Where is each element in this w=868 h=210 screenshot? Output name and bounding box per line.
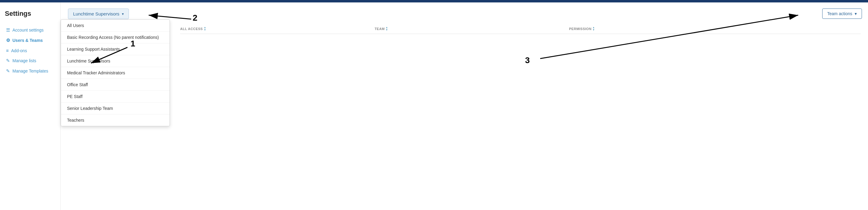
- sidebar-item-label: Users & Teams: [12, 38, 43, 43]
- sort-access-icon: ▲▼: [204, 26, 206, 31]
- dropdown-item-pe-staff[interactable]: PE Staff: [61, 91, 169, 102]
- account-settings-icon: ☰: [6, 27, 10, 33]
- sidebar-item-users-teams[interactable]: ⚙ Users & Teams: [5, 35, 56, 46]
- sort-permission-icon: ▲▼: [592, 26, 595, 31]
- svg-line-5: [540, 15, 798, 59]
- sort-team-icon: ▲▼: [385, 26, 388, 31]
- sidebar: Settings ☰ Account settings ⚙ Users & Te…: [0, 2, 61, 210]
- dropdown-item-learning-support[interactable]: Learning Support Assistants: [61, 43, 169, 55]
- dropdown-item-senior-leadership[interactable]: Senior Leadership Team: [61, 102, 169, 114]
- dropdown-arrow-icon: ▾: [122, 12, 124, 16]
- manage-lists-icon: ✎: [6, 58, 10, 63]
- sidebar-item-label: Add-ons: [11, 48, 27, 53]
- dropdown-item-medical-tracker[interactable]: Medical Tracker Administrators: [61, 67, 169, 79]
- dropdown-item-basic-recording[interactable]: Basic Recording Access (No parent notifi…: [61, 32, 169, 43]
- col-header-permission[interactable]: PERMISSION ▲▼: [569, 26, 861, 31]
- dropdown-menu: All Users Basic Recording Access (No par…: [61, 20, 170, 126]
- addons-icon: ≡: [6, 48, 9, 53]
- sidebar-item-label: Manage lists: [12, 58, 36, 63]
- dropdown-item-teachers[interactable]: Teachers: [61, 114, 169, 126]
- sidebar-item-manage-lists[interactable]: ✎ Manage lists: [5, 56, 56, 66]
- dropdown-item-lunchtime-supervisors[interactable]: Lunchtime Supervisors: [61, 55, 169, 67]
- users-teams-icon: ⚙: [6, 38, 10, 43]
- manage-templates-icon: ✎: [6, 68, 10, 74]
- dropdown-item-office-staff[interactable]: Office Staff: [61, 79, 169, 91]
- dropdown-item-all-users[interactable]: All Users: [61, 20, 169, 32]
- team-actions-label: Team actions: [827, 11, 852, 16]
- sidebar-item-addons[interactable]: ≡ Add-ons: [5, 46, 56, 56]
- svg-text:3: 3: [525, 56, 530, 65]
- layout: Settings ☰ Account settings ⚙ Users & Te…: [0, 2, 868, 210]
- team-actions-arrow-icon: ▾: [855, 11, 857, 16]
- sidebar-item-label: Manage Templates: [12, 68, 48, 73]
- sidebar-title: Settings: [5, 10, 56, 18]
- col-header-access[interactable]: ALL ACCESS ▲▼: [180, 26, 375, 31]
- sidebar-item-manage-templates[interactable]: ✎ Manage Templates: [5, 66, 56, 76]
- sidebar-item-account-settings[interactable]: ☰ Account settings: [5, 25, 56, 35]
- table-header: ALL ACCESS ▲▼ TEAM ▲▼ PERMISSION ▲▼: [180, 24, 861, 34]
- main-content: Lunchtime Supervisors ▾ All Users Basic …: [61, 2, 868, 210]
- col-header-team[interactable]: TEAM ▲▼: [375, 26, 569, 31]
- top-bar: [0, 0, 868, 2]
- svg-line-3: [149, 15, 191, 19]
- team-dropdown-button[interactable]: Lunchtime Supervisors ▾: [68, 8, 129, 19]
- team-actions-button[interactable]: Team actions ▾: [822, 8, 862, 19]
- sidebar-item-label: Account settings: [12, 28, 44, 32]
- dropdown-selected-label: Lunchtime Supervisors: [73, 11, 120, 17]
- svg-text:2: 2: [193, 13, 197, 23]
